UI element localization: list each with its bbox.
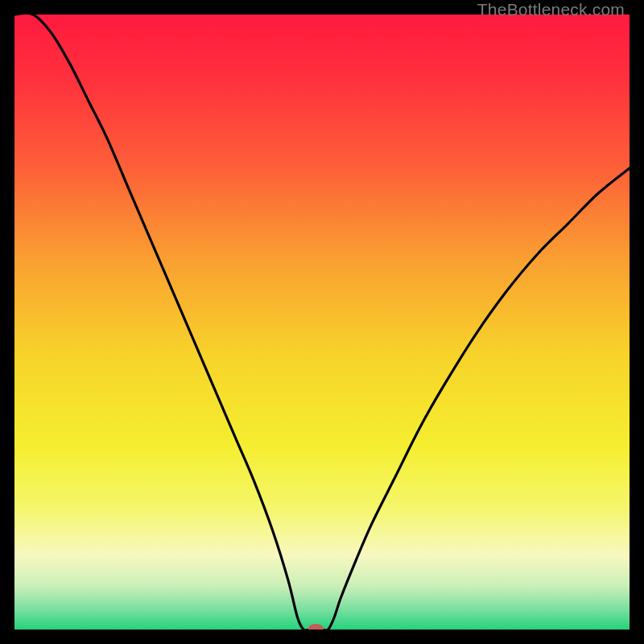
watermark-text: TheBottleneck.com: [477, 0, 625, 19]
bottleneck-chart: [14, 14, 630, 630]
gradient-background: [14, 14, 630, 630]
chart-frame: [14, 14, 630, 630]
